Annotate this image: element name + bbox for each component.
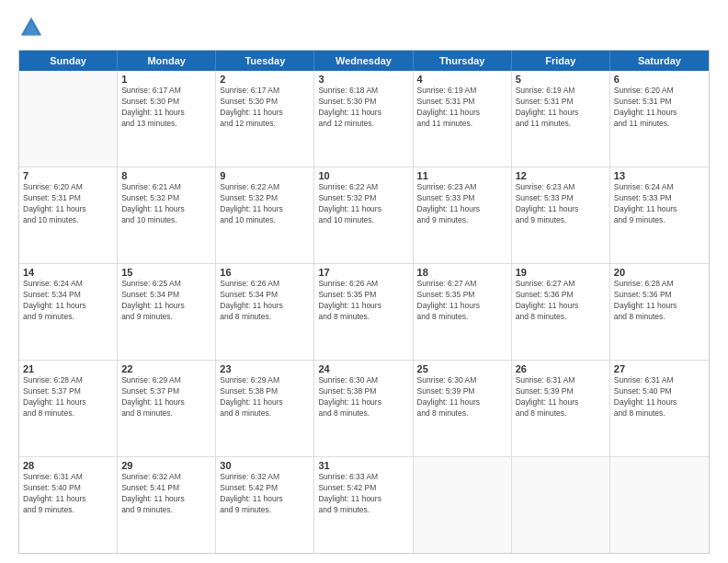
header: [18, 15, 710, 40]
cal-cell: 9Sunrise: 6:22 AM Sunset: 5:32 PM Daylig…: [216, 167, 314, 263]
cal-header-wednesday: Wednesday: [314, 51, 413, 71]
cal-cell: 18Sunrise: 6:27 AM Sunset: 5:35 PM Dayli…: [414, 264, 512, 360]
day-info: Sunrise: 6:19 AM Sunset: 5:31 PM Dayligh…: [516, 86, 606, 130]
day-info: Sunrise: 6:25 AM Sunset: 5:34 PM Dayligh…: [121, 279, 211, 323]
day-number: 13: [614, 170, 705, 181]
day-number: 11: [417, 170, 507, 181]
day-info: Sunrise: 6:31 AM Sunset: 5:39 PM Dayligh…: [516, 375, 606, 419]
cal-header-friday: Friday: [512, 51, 610, 71]
cal-cell: 21Sunrise: 6:28 AM Sunset: 5:37 PM Dayli…: [19, 361, 118, 456]
cal-cell: 16Sunrise: 6:26 AM Sunset: 5:34 PM Dayli…: [216, 264, 314, 360]
day-number: 4: [417, 74, 507, 85]
day-info: Sunrise: 6:33 AM Sunset: 5:42 PM Dayligh…: [318, 472, 408, 516]
cal-cell: 14Sunrise: 6:24 AM Sunset: 5:34 PM Dayli…: [19, 264, 118, 360]
day-number: 29: [121, 460, 211, 471]
cal-cell: 19Sunrise: 6:27 AM Sunset: 5:36 PM Dayli…: [512, 264, 610, 360]
day-number: 16: [220, 267, 310, 278]
cal-week-1: 1Sunrise: 6:17 AM Sunset: 5:30 PM Daylig…: [19, 71, 709, 167]
cal-week-4: 21Sunrise: 6:28 AM Sunset: 5:37 PM Dayli…: [19, 361, 709, 457]
day-info: Sunrise: 6:23 AM Sunset: 5:33 PM Dayligh…: [516, 182, 606, 226]
day-info: Sunrise: 6:28 AM Sunset: 5:37 PM Dayligh…: [23, 375, 113, 419]
day-number: 20: [614, 267, 705, 278]
day-info: Sunrise: 6:24 AM Sunset: 5:33 PM Dayligh…: [614, 182, 705, 226]
cal-cell: 22Sunrise: 6:29 AM Sunset: 5:37 PM Dayli…: [118, 361, 216, 456]
logo: [18, 15, 48, 40]
cal-cell: 24Sunrise: 6:30 AM Sunset: 5:38 PM Dayli…: [314, 361, 413, 456]
cal-cell: 5Sunrise: 6:19 AM Sunset: 5:31 PM Daylig…: [512, 71, 610, 167]
day-number: 10: [318, 170, 408, 181]
day-info: Sunrise: 6:30 AM Sunset: 5:38 PM Dayligh…: [318, 375, 408, 419]
cal-cell: 20Sunrise: 6:28 AM Sunset: 5:36 PM Dayli…: [610, 264, 709, 360]
cal-cell: 23Sunrise: 6:29 AM Sunset: 5:38 PM Dayli…: [216, 361, 314, 456]
cal-cell: 29Sunrise: 6:32 AM Sunset: 5:41 PM Dayli…: [118, 457, 216, 553]
cal-week-2: 7Sunrise: 6:20 AM Sunset: 5:31 PM Daylig…: [19, 167, 709, 264]
day-number: 5: [516, 74, 606, 85]
day-number: 19: [516, 267, 606, 278]
day-info: Sunrise: 6:27 AM Sunset: 5:35 PM Dayligh…: [417, 279, 507, 323]
cal-cell: 15Sunrise: 6:25 AM Sunset: 5:34 PM Dayli…: [118, 264, 216, 360]
cal-cell: 6Sunrise: 6:20 AM Sunset: 5:31 PM Daylig…: [610, 71, 709, 167]
cal-cell: 11Sunrise: 6:23 AM Sunset: 5:33 PM Dayli…: [414, 167, 512, 263]
cal-cell: 7Sunrise: 6:20 AM Sunset: 5:31 PM Daylig…: [19, 167, 118, 263]
day-number: 1: [121, 74, 211, 85]
cal-header-thursday: Thursday: [414, 51, 512, 71]
day-info: Sunrise: 6:20 AM Sunset: 5:31 PM Dayligh…: [23, 182, 113, 226]
day-info: Sunrise: 6:28 AM Sunset: 5:36 PM Dayligh…: [614, 279, 705, 323]
day-info: Sunrise: 6:29 AM Sunset: 5:38 PM Dayligh…: [220, 375, 310, 419]
day-info: Sunrise: 6:17 AM Sunset: 5:30 PM Dayligh…: [121, 86, 211, 130]
day-number: 26: [516, 363, 606, 374]
cal-cell: [512, 457, 610, 553]
day-number: 21: [23, 363, 113, 374]
day-number: 22: [121, 363, 211, 374]
cal-cell: 2Sunrise: 6:17 AM Sunset: 5:30 PM Daylig…: [216, 71, 314, 167]
day-number: 8: [121, 170, 211, 181]
day-info: Sunrise: 6:31 AM Sunset: 5:40 PM Dayligh…: [23, 472, 113, 516]
cal-cell: 17Sunrise: 6:26 AM Sunset: 5:35 PM Dayli…: [314, 264, 413, 360]
cal-header-saturday: Saturday: [610, 51, 709, 71]
cal-cell: 4Sunrise: 6:19 AM Sunset: 5:31 PM Daylig…: [414, 71, 512, 167]
day-number: 2: [220, 74, 310, 85]
cal-cell: [610, 457, 709, 553]
cal-cell: 3Sunrise: 6:18 AM Sunset: 5:30 PM Daylig…: [314, 71, 413, 167]
calendar: SundayMondayTuesdayWednesdayThursdayFrid…: [18, 50, 710, 554]
cal-cell: [414, 457, 512, 553]
calendar-body: 1Sunrise: 6:17 AM Sunset: 5:30 PM Daylig…: [19, 71, 709, 553]
day-info: Sunrise: 6:24 AM Sunset: 5:34 PM Dayligh…: [23, 279, 113, 323]
day-info: Sunrise: 6:18 AM Sunset: 5:30 PM Dayligh…: [318, 86, 408, 130]
cal-cell: 8Sunrise: 6:21 AM Sunset: 5:32 PM Daylig…: [118, 167, 216, 263]
day-number: 6: [614, 74, 705, 85]
logo-icon: [18, 15, 44, 40]
day-info: Sunrise: 6:27 AM Sunset: 5:36 PM Dayligh…: [516, 279, 606, 323]
cal-header-sunday: Sunday: [19, 51, 118, 71]
day-number: 30: [220, 460, 310, 471]
day-number: 28: [23, 460, 113, 471]
day-number: 14: [23, 267, 113, 278]
cal-cell: 10Sunrise: 6:22 AM Sunset: 5:32 PM Dayli…: [314, 167, 413, 263]
cal-cell: 12Sunrise: 6:23 AM Sunset: 5:33 PM Dayli…: [512, 167, 610, 263]
cal-week-3: 14Sunrise: 6:24 AM Sunset: 5:34 PM Dayli…: [19, 264, 709, 361]
day-number: 23: [220, 363, 310, 374]
day-number: 3: [318, 74, 408, 85]
day-info: Sunrise: 6:29 AM Sunset: 5:37 PM Dayligh…: [121, 375, 211, 419]
day-info: Sunrise: 6:21 AM Sunset: 5:32 PM Dayligh…: [121, 182, 211, 226]
cal-cell: 13Sunrise: 6:24 AM Sunset: 5:33 PM Dayli…: [610, 167, 709, 263]
cal-cell: 25Sunrise: 6:30 AM Sunset: 5:39 PM Dayli…: [414, 361, 512, 456]
day-number: 24: [318, 363, 408, 374]
day-info: Sunrise: 6:20 AM Sunset: 5:31 PM Dayligh…: [614, 86, 705, 130]
day-info: Sunrise: 6:22 AM Sunset: 5:32 PM Dayligh…: [220, 182, 310, 226]
day-number: 27: [614, 363, 705, 374]
cal-header-tuesday: Tuesday: [216, 51, 314, 71]
cal-cell: 26Sunrise: 6:31 AM Sunset: 5:39 PM Dayli…: [512, 361, 610, 456]
day-info: Sunrise: 6:17 AM Sunset: 5:30 PM Dayligh…: [220, 86, 310, 130]
day-number: 18: [417, 267, 507, 278]
day-info: Sunrise: 6:31 AM Sunset: 5:40 PM Dayligh…: [614, 375, 705, 419]
day-info: Sunrise: 6:19 AM Sunset: 5:31 PM Dayligh…: [417, 86, 507, 130]
day-info: Sunrise: 6:32 AM Sunset: 5:41 PM Dayligh…: [121, 472, 211, 516]
day-info: Sunrise: 6:23 AM Sunset: 5:33 PM Dayligh…: [417, 182, 507, 226]
day-number: 25: [417, 363, 507, 374]
calendar-header: SundayMondayTuesdayWednesdayThursdayFrid…: [19, 51, 709, 71]
day-number: 12: [516, 170, 606, 181]
day-number: 31: [318, 460, 408, 471]
day-number: 15: [121, 267, 211, 278]
day-info: Sunrise: 6:30 AM Sunset: 5:39 PM Dayligh…: [417, 375, 507, 419]
